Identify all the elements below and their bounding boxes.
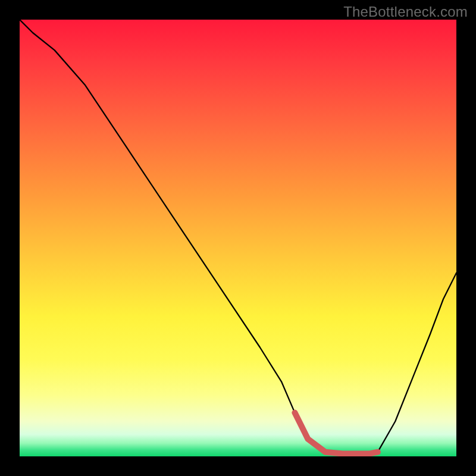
- watermark-text: TheBottleneck.com: [343, 4, 468, 20]
- curve-layer: [20, 20, 456, 456]
- main-curve: [20, 20, 456, 454]
- chart-stage: TheBottleneck.com: [0, 0, 476, 476]
- highlight-segment: [295, 413, 377, 454]
- plot-area: [20, 20, 456, 456]
